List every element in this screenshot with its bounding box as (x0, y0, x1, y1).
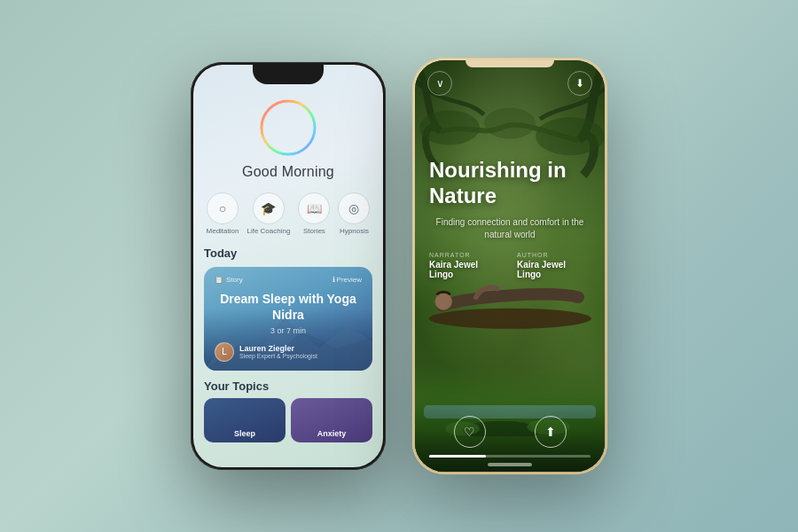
media-controls: ♡ ⬆ (429, 416, 591, 448)
coaching-icon: 🎓 (253, 192, 285, 224)
author-row: L Lauren Ziegler Sleep Expert & Psycholo… (215, 342, 362, 362)
category-coaching[interactable]: 🎓 Life Coaching (246, 192, 290, 236)
svg-point-0 (262, 101, 315, 154)
narrator-name: Kaira Jewel Lingo (429, 260, 503, 279)
nature-subtitle-text: Finding connection and comfort in the na… (429, 216, 591, 241)
progress-fill (429, 455, 486, 458)
narrator-role-label: NARRATOR (429, 252, 503, 258)
story-badge: 📋 Story (215, 276, 243, 284)
card-header: 📋 Story ℹ Preview (215, 276, 362, 284)
categories-row: ○ Meditation 🎓 Life Coaching 📖 Stories ◎… (204, 192, 372, 236)
stories-icon: 📖 (298, 192, 330, 224)
category-meditation[interactable]: ○ Meditation (207, 192, 239, 236)
progress-bar[interactable] (429, 455, 591, 458)
phones-container: Good Morning ○ Meditation 🎓 Life Coachin… (173, 40, 625, 492)
rainbow-circle-icon (257, 97, 319, 159)
phone-1: Good Morning ○ Meditation 🎓 Life Coachin… (191, 62, 386, 470)
preview-icon: ℹ (332, 276, 335, 284)
narrator-author-row: NARRATOR Kaira Jewel Lingo AUTHOR Kaira … (429, 252, 591, 279)
coaching-label: Life Coaching (246, 227, 290, 236)
author-role: Sleep Expert & Psychologist (239, 353, 317, 359)
home-indicator (488, 463, 532, 466)
phone-2-screen: ∨ ⬇ Nourishing in Nature Finding connect… (415, 60, 605, 472)
author-info: Lauren Ziegler Sleep Expert & Psychologi… (239, 344, 317, 359)
stories-label: Stories (303, 227, 325, 236)
nature-title-text: Nourishing in Nature (429, 158, 591, 209)
category-hypnosis[interactable]: ◎ Hypnosis (338, 192, 370, 236)
hypnosis-icon: ◎ (338, 192, 370, 224)
preview-badge[interactable]: ℹ Preview (332, 276, 362, 284)
author-role-label: AUTHOR (517, 252, 591, 258)
author-avatar: L (215, 342, 234, 362)
topics-row: Sleep Anxiety (204, 398, 372, 442)
download-icon: ⬇ (575, 77, 584, 90)
author-name: Lauren Ziegler (239, 344, 317, 353)
topic-anxiety[interactable]: Anxiety (291, 398, 372, 442)
greeting-text: Good Morning (242, 164, 334, 180)
topic-sleep[interactable]: Sleep (204, 398, 286, 442)
heart-button[interactable]: ♡ (454, 416, 486, 448)
heart-icon: ♡ (464, 425, 475, 439)
author-block: AUTHOR Kaira Jewel Lingo (517, 252, 591, 279)
story-card[interactable]: 📋 Story ℹ Preview Dream Sleep with Yoga … (204, 267, 372, 371)
phone-2-notch (466, 60, 554, 67)
sleep-label: Sleep (234, 429, 255, 438)
phone-1-screen: Good Morning ○ Meditation 🎓 Life Coachin… (193, 65, 383, 467)
share-icon: ⬆ (545, 425, 556, 439)
hypnosis-label: Hypnosis (340, 227, 369, 236)
topics-label: Your Topics (204, 379, 372, 393)
anxiety-label: Anxiety (317, 429, 347, 438)
nature-title-area: Nourishing in Nature Finding connection … (415, 96, 605, 279)
meditation-label: Meditation (207, 227, 239, 236)
story-icon: 📋 (215, 276, 223, 284)
phone-2-content: ∨ ⬇ Nourishing in Nature Finding connect… (415, 60, 605, 472)
narrator-block: NARRATOR Kaira Jewel Lingo (429, 252, 503, 279)
card-duration: 3 or 7 min (215, 326, 362, 335)
chevron-down-icon: ∨ (436, 77, 444, 90)
phone-1-content: Good Morning ○ Meditation 🎓 Life Coachin… (193, 65, 383, 467)
phone-2: ∨ ⬇ Nourishing in Nature Finding connect… (412, 58, 607, 474)
share-button[interactable]: ⬆ (535, 416, 567, 448)
category-stories[interactable]: 📖 Stories (298, 192, 330, 236)
today-label: Today (204, 246, 372, 260)
card-title: Dream Sleep with Yoga Nidra (215, 291, 362, 323)
back-button[interactable]: ∨ (427, 71, 452, 96)
phone-1-notch (253, 65, 324, 84)
download-button[interactable]: ⬇ (567, 71, 592, 96)
meditation-icon: ○ (207, 192, 239, 224)
author-name: Kaira Jewel Lingo (517, 260, 591, 279)
